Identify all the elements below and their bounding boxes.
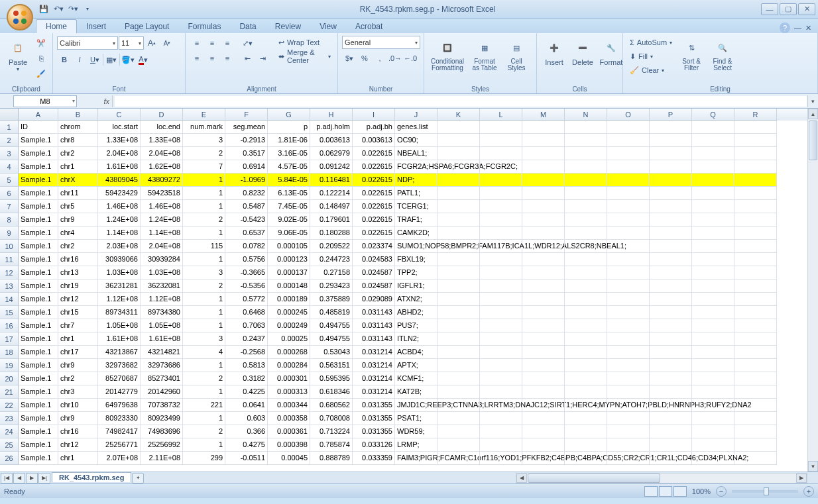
- cell[interactable]: 0.033359: [353, 452, 395, 465]
- cell[interactable]: 1.33E+08: [141, 134, 183, 147]
- cell[interactable]: [522, 279, 565, 293]
- cell[interactable]: [565, 438, 607, 452]
- row-header[interactable]: 11: [0, 253, 19, 266]
- cell[interactable]: 4.57E-05: [268, 160, 310, 174]
- cell[interactable]: ABHD2;: [395, 306, 438, 319]
- cell[interactable]: [480, 160, 522, 174]
- cell[interactable]: 0.00025: [268, 332, 310, 346]
- table-row[interactable]: Sample.1chr12252567712525699210.42750.00…: [19, 438, 807, 452]
- cell[interactable]: 0.2437: [225, 332, 268, 346]
- cell[interactable]: [607, 279, 650, 293]
- cell[interactable]: [734, 438, 777, 452]
- cell[interactable]: 0.031143: [353, 306, 395, 319]
- cell[interactable]: Sample.1: [19, 319, 58, 332]
- cell[interactable]: 1.05E+08: [98, 319, 141, 332]
- cell[interactable]: 0.5772: [225, 293, 268, 306]
- format-cells-button[interactable]: 🔧Format: [598, 36, 624, 68]
- cell[interactable]: Sample.1: [19, 332, 58, 346]
- cell[interactable]: [438, 160, 480, 174]
- cell[interactable]: [650, 200, 692, 213]
- table-row[interactable]: Sample.1chr1743213867432148214-0.25680.0…: [19, 346, 807, 359]
- cell[interactable]: 3: [183, 134, 225, 147]
- row-header[interactable]: 5: [0, 174, 19, 187]
- format-as-table-button[interactable]: ▦Format as Table: [469, 36, 500, 73]
- cell[interactable]: 25256992: [141, 438, 183, 452]
- cell[interactable]: [565, 399, 607, 412]
- row-header[interactable]: 13: [0, 279, 19, 293]
- table-row[interactable]: Sample.1chr9329736823297368610.58130.000…: [19, 359, 807, 372]
- cell[interactable]: 2.04E+08: [141, 240, 183, 253]
- cell[interactable]: [522, 346, 565, 359]
- cell[interactable]: Sample.1: [19, 134, 58, 147]
- cell[interactable]: [480, 147, 522, 160]
- row-header[interactable]: 17: [0, 332, 19, 346]
- cell[interactable]: 7.45E-05: [268, 200, 310, 213]
- cell[interactable]: 0.022615: [353, 174, 395, 187]
- cell[interactable]: [438, 187, 480, 200]
- cell[interactable]: chrom: [58, 121, 98, 134]
- cell[interactable]: [650, 240, 692, 253]
- cell[interactable]: 0.022615: [353, 160, 395, 174]
- tab-formulas[interactable]: Formulas: [178, 20, 230, 33]
- cell[interactable]: [522, 306, 565, 319]
- cell[interactable]: 3.16E-05: [268, 147, 310, 160]
- cell[interactable]: Sample.1: [19, 385, 58, 399]
- cell[interactable]: 0.375889: [310, 293, 353, 306]
- decrease-indent-button[interactable]: ⇤: [240, 51, 255, 66]
- cell[interactable]: [692, 227, 734, 240]
- row-header[interactable]: 26: [0, 452, 19, 465]
- cell[interactable]: 85270687: [98, 372, 141, 385]
- cell[interactable]: [734, 266, 777, 279]
- cell[interactable]: Sample.1: [19, 253, 58, 266]
- scroll-left-button[interactable]: ◀: [516, 474, 527, 483]
- cell[interactable]: ATXN2;: [395, 293, 438, 306]
- cell[interactable]: Sample.1: [19, 200, 58, 213]
- cell[interactable]: 1.12E+08: [141, 293, 183, 306]
- table-row[interactable]: Sample.1chr16749824177498369620.3660.000…: [19, 425, 807, 438]
- autosum-button[interactable]: ΣAutoSum▾: [627, 36, 675, 49]
- zoom-slider[interactable]: [732, 490, 798, 493]
- select-all-button[interactable]: [0, 109, 19, 121]
- bold-button[interactable]: B: [57, 52, 72, 67]
- cell[interactable]: 1.24E+08: [141, 213, 183, 227]
- cell[interactable]: [480, 412, 522, 425]
- row-header[interactable]: 18: [0, 346, 19, 359]
- cell[interactable]: [692, 346, 734, 359]
- cell[interactable]: 2: [183, 147, 225, 160]
- cell[interactable]: [438, 399, 480, 412]
- cell[interactable]: 0.022615: [353, 147, 395, 160]
- row-header[interactable]: 12: [0, 266, 19, 279]
- orientation-button[interactable]: ⤢▾: [240, 36, 255, 50]
- cell[interactable]: 0.603: [225, 412, 268, 425]
- cell[interactable]: [607, 200, 650, 213]
- cell[interactable]: 3: [183, 332, 225, 346]
- cell[interactable]: [565, 306, 607, 319]
- cell[interactable]: [607, 293, 650, 306]
- column-header[interactable]: A: [19, 109, 58, 121]
- cell[interactable]: [692, 412, 734, 425]
- cell[interactable]: 32973686: [141, 359, 183, 372]
- cell[interactable]: 0.000358: [268, 412, 310, 425]
- cell[interactable]: 20142960: [141, 385, 183, 399]
- cell[interactable]: [480, 319, 522, 332]
- cell[interactable]: [692, 187, 734, 200]
- cell[interactable]: 0.000249: [268, 319, 310, 332]
- tab-review[interactable]: Review: [266, 20, 310, 33]
- last-sheet-button[interactable]: ▶|: [38, 473, 50, 483]
- cell[interactable]: [438, 240, 480, 253]
- cell[interactable]: [480, 359, 522, 372]
- cell[interactable]: [607, 372, 650, 385]
- grow-font-button[interactable]: A▴: [145, 36, 159, 50]
- cell[interactable]: chr8: [58, 134, 98, 147]
- cell[interactable]: FBXL19;: [395, 253, 438, 266]
- cell[interactable]: chr2: [58, 372, 98, 385]
- cell[interactable]: 0.116481: [310, 174, 353, 187]
- cell[interactable]: 80923499: [141, 412, 183, 425]
- cell[interactable]: [734, 452, 777, 465]
- row-header[interactable]: 9: [0, 227, 19, 240]
- cell[interactable]: [734, 346, 777, 359]
- cell[interactable]: [692, 359, 734, 372]
- cell[interactable]: 6.13E-05: [268, 187, 310, 200]
- cell[interactable]: 0.000344: [268, 399, 310, 412]
- cell[interactable]: 0.000268: [268, 346, 310, 359]
